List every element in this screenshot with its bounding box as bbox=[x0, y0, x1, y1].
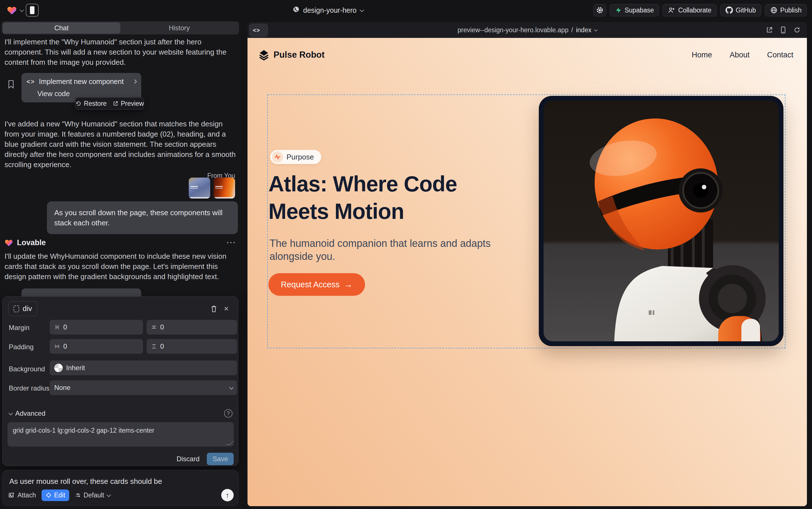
help-icon[interactable]: ? bbox=[224, 409, 232, 418]
margin-y-input[interactable]: 0 bbox=[147, 320, 237, 335]
dashed-element-icon bbox=[13, 305, 19, 312]
purpose-badge-label: Purpose bbox=[287, 153, 314, 162]
refresh-icon bbox=[793, 26, 801, 34]
arrow-right-icon: → bbox=[344, 280, 353, 289]
code-icon: <> bbox=[27, 78, 35, 86]
composer-input[interactable]: As user mouse roll over, these cards sho… bbox=[9, 477, 162, 486]
delete-element-button[interactable] bbox=[208, 303, 220, 315]
hero-subtitle: The humanoid companion that learns and a… bbox=[269, 237, 495, 263]
path-chevron-down-icon bbox=[594, 28, 598, 31]
external-link-icon bbox=[766, 26, 773, 34]
supabase-icon bbox=[615, 7, 622, 13]
site-brand[interactable]: Pulse Robot bbox=[258, 49, 325, 61]
chevron-right-icon bbox=[133, 79, 137, 84]
nav-contact[interactable]: Contact bbox=[767, 50, 793, 59]
nav-about[interactable]: About bbox=[730, 50, 749, 59]
target-icon bbox=[45, 492, 52, 498]
advanced-chevron-icon[interactable] bbox=[8, 411, 13, 415]
refresh-button[interactable] bbox=[793, 26, 801, 34]
smartphone-icon bbox=[780, 26, 786, 34]
request-access-button[interactable]: Request Access → bbox=[268, 273, 365, 296]
discard-button[interactable]: Discard bbox=[177, 455, 199, 463]
transparency-swatch-icon bbox=[54, 364, 63, 372]
margin-x-icon bbox=[54, 324, 60, 330]
app-topbar: design-your-hero Supabase Collaborate Gi… bbox=[0, 0, 812, 20]
attach-button[interactable]: Attach bbox=[8, 491, 36, 499]
border-radius-select[interactable]: None bbox=[50, 380, 237, 395]
advanced-classes-textarea[interactable]: grid grid-cols-1 lg:grid-cols-2 gap-12 i… bbox=[8, 422, 234, 446]
nav-home[interactable]: Home bbox=[692, 50, 712, 59]
advanced-label: Advanced bbox=[15, 409, 45, 417]
attachment-thumbnail-2[interactable] bbox=[214, 178, 235, 199]
restore-icon bbox=[75, 100, 82, 107]
element-tag-chip[interactable]: div bbox=[8, 301, 37, 316]
attachment-thumbnails bbox=[189, 178, 235, 199]
edit-mode-button[interactable]: Edit bbox=[41, 489, 69, 501]
project-chevron-down-icon bbox=[360, 8, 364, 12]
assistant-message-1: I'll implement the "Why Humanoid" sectio… bbox=[4, 37, 233, 67]
send-button[interactable]: ↑ bbox=[221, 489, 234, 501]
external-link-icon bbox=[113, 101, 118, 106]
tab-chat[interactable]: Chat bbox=[3, 22, 120, 34]
project-dropdown[interactable]: design-your-hero bbox=[292, 0, 363, 20]
padding-x-input[interactable]: 0 bbox=[50, 339, 143, 354]
margin-y-icon bbox=[151, 324, 157, 330]
preview-url-bar[interactable]: preview--design-your-hero.lovable.app / … bbox=[248, 22, 807, 38]
globe-icon bbox=[292, 6, 300, 15]
github-button[interactable]: GitHub bbox=[720, 4, 762, 16]
mode-chevron-down-icon bbox=[107, 493, 111, 497]
background-label: Background bbox=[9, 365, 45, 373]
chat-composer[interactable]: As user mouse roll over, these cards sho… bbox=[2, 470, 238, 506]
toggle-sidebar-button[interactable] bbox=[26, 4, 39, 17]
attach-image-icon bbox=[8, 492, 15, 499]
open-in-new-tab-button[interactable] bbox=[766, 26, 773, 34]
margin-x-input[interactable]: 0 bbox=[50, 320, 143, 335]
hero-heading: Atlas: Where Code Meets Motion bbox=[268, 170, 492, 225]
project-name: design-your-hero bbox=[303, 6, 357, 14]
layers-logo-icon bbox=[258, 49, 269, 61]
lovable-logo-icon[interactable] bbox=[7, 5, 17, 15]
collaborate-button[interactable]: Collaborate bbox=[663, 4, 717, 16]
tab-history[interactable]: History bbox=[120, 22, 238, 34]
assistant-name: Lovable bbox=[17, 238, 46, 247]
chat-history-tabs: Chat History bbox=[2, 22, 239, 34]
preview-button[interactable]: Preview bbox=[113, 100, 144, 107]
close-inspector-button[interactable]: × bbox=[220, 303, 232, 315]
padding-y-input[interactable]: 0 bbox=[147, 339, 237, 354]
view-code-link[interactable]: View code bbox=[37, 90, 136, 98]
border-radius-label: Border radius bbox=[9, 384, 49, 392]
margin-label: Margin bbox=[9, 324, 29, 332]
logo-chevron-down-icon[interactable] bbox=[20, 8, 24, 12]
assistant-message-3: I'll update the WhyHumanoid component to… bbox=[4, 251, 234, 282]
bookmark-icon[interactable] bbox=[7, 80, 15, 90]
model-mode-dropdown[interactable]: Default bbox=[75, 491, 110, 499]
settings-button[interactable] bbox=[593, 4, 606, 16]
select-chevron-down-icon bbox=[229, 385, 234, 390]
purpose-badge: Purpose bbox=[270, 150, 321, 164]
version-hover-actions: Restore Preview bbox=[75, 97, 144, 110]
restore-button[interactable]: Restore bbox=[75, 100, 107, 107]
sliders-icon bbox=[75, 492, 81, 498]
gear-icon bbox=[596, 6, 603, 14]
github-icon bbox=[726, 6, 733, 14]
preview-panel: <> preview--design-your-hero.lovable.app… bbox=[248, 22, 807, 506]
background-input[interactable]: Inherit bbox=[50, 361, 237, 375]
trash-icon bbox=[211, 305, 217, 312]
padding-x-icon bbox=[54, 344, 60, 349]
user-message: As you scroll down the page, these compo… bbox=[47, 201, 238, 234]
save-button[interactable]: Save bbox=[207, 453, 234, 465]
element-inspector-panel: div × Margin 0 0 Padding 0 bbox=[2, 296, 238, 466]
assistant-header: Lovable ··· bbox=[4, 238, 236, 247]
chat-panel: Chat History I'll implement the "Why Hum… bbox=[0, 20, 241, 509]
resize-handle[interactable] bbox=[226, 441, 234, 445]
message-menu-button[interactable]: ··· bbox=[227, 238, 236, 247]
preview-url: preview--design-your-hero.lovable.app bbox=[458, 26, 568, 34]
supabase-button[interactable]: Supabase bbox=[610, 4, 659, 16]
robot-illustration bbox=[544, 101, 779, 341]
publish-globe-icon bbox=[770, 6, 778, 14]
pulse-icon bbox=[272, 151, 283, 163]
publish-button[interactable]: Publish bbox=[765, 4, 807, 16]
assistant-message-2: I've added a new "Why Humanoid" section … bbox=[4, 119, 237, 170]
mobile-view-button[interactable] bbox=[780, 26, 786, 34]
attachment-thumbnail-1[interactable] bbox=[189, 178, 210, 199]
